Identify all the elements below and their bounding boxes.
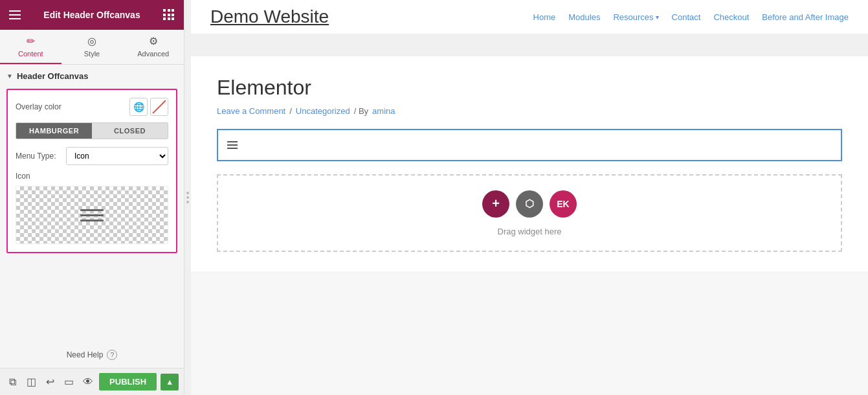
overlay-color-label: Overlay color [16,102,61,111]
site-title: Demo Website [210,6,329,27]
advanced-tab-icon: ⚙ [149,35,158,47]
site-header: Demo Website Home Modules Resources ▾ Co… [191,0,868,34]
panel-title: Edit Header Offcanvas [43,10,140,20]
menu-icon[interactable] [9,10,21,19]
breadcrumb-uncategorized[interactable]: Uncategorized [296,106,350,116]
widget-hamburger-icon [227,141,238,149]
content-area: Elementor Leave a Comment / Uncategorize… [191,56,868,271]
drag-area: + ⬡ EK Drag widget here [217,174,842,252]
preview-icon[interactable]: 👁 [80,373,95,391]
folder-button[interactable]: ⬡ [516,190,543,218]
highlight-box: Overlay color 🌐 HAMBURGER CLOSED Menu Ty… [6,89,177,253]
bottom-bar: ⧉ ◫ ↩ ▭ 👁 PUBLISH ▲ [0,368,184,395]
global-color-button[interactable]: 🌐 [129,98,148,116]
nav-checkout[interactable]: Checkout [713,12,749,22]
nav-home[interactable]: Home [533,12,556,22]
gray-strip [191,34,868,56]
ek-button[interactable]: EK [550,190,577,218]
drag-buttons: + ⬡ EK [482,190,577,218]
clear-color-button[interactable] [150,98,168,116]
resize-handle[interactable] [184,0,191,395]
breadcrumb-leave-comment[interactable]: Leave a Comment [217,106,285,116]
menu-type-row: Menu Type: Icon Text Button [16,147,168,165]
grid-icon[interactable] [163,9,175,21]
overlay-color-row: Overlay color 🌐 [16,98,168,116]
publish-dropdown-button[interactable]: ▲ [161,374,179,390]
closed-toggle-button[interactable]: CLOSED [92,123,168,139]
drag-label: Drag widget here [498,227,562,236]
breadcrumb-by: / By [354,106,368,116]
content-tab-label: Content [18,50,43,58]
help-icon[interactable]: ? [107,350,117,360]
panel-content: ▼ Header Offcanvas Overlay color 🌐 HAMBU… [0,65,184,342]
style-tab-label: Style [84,50,100,58]
hamburger-toggle-button[interactable]: HAMBURGER [16,123,92,139]
left-panel: Edit Header Offcanvas ✏ Content ◎ Style … [0,0,184,395]
menu-type-label: Menu Type: [16,152,61,161]
panel-tabs: ✏ Content ◎ Style ⚙ Advanced [0,30,184,65]
need-help-section: Need Help ? [0,342,184,368]
tab-advanced[interactable]: ⚙ Advanced [122,30,184,64]
hamburger-icon-preview [80,209,104,221]
section-arrow-icon: ▼ [6,73,13,80]
need-help-label: Need Help [67,350,104,359]
breadcrumbs: Leave a Comment / Uncategorized / By ami… [217,106,842,116]
layers-icon[interactable]: ⧉ [5,373,20,391]
nav-modules[interactable]: Modules [568,12,600,22]
color-controls: 🌐 [129,98,168,116]
right-area: Demo Website Home Modules Resources ▾ Co… [191,0,868,395]
undo-icon[interactable]: ↩ [43,373,58,391]
responsive-icon[interactable]: ▭ [61,373,76,391]
section-header[interactable]: ▼ Header Offcanvas [6,71,177,81]
nav-resources[interactable]: Resources ▾ [613,12,658,22]
site-nav: Home Modules Resources ▾ Contact Checkou… [533,12,849,22]
add-widget-button[interactable]: + [482,190,509,218]
advanced-tab-label: Advanced [137,50,169,58]
section-title: Header Offcanvas [17,71,89,81]
style-tab-icon: ◎ [87,35,96,47]
breadcrumb-sep1: / [289,106,292,116]
nav-contact[interactable]: Contact [672,12,701,22]
widget-box[interactable] [217,129,842,161]
top-bar: Edit Header Offcanvas [0,0,184,30]
nav-before-after[interactable]: Before and After Image [762,12,849,22]
publish-button[interactable]: PUBLISH [99,373,157,390]
tab-content[interactable]: ✏ Content [0,30,61,64]
breadcrumb-author[interactable]: amina [372,106,395,116]
nav-resources-caret: ▾ [656,14,659,21]
resize-dots-icon [186,192,189,203]
content-tab-icon: ✏ [27,35,35,47]
page-title: Elementor [217,76,842,100]
state-toggle-group: HAMBURGER CLOSED [16,122,168,139]
tab-style[interactable]: ◎ Style [61,30,123,64]
icon-preview[interactable] [16,186,168,244]
icon-label: Icon [16,172,168,181]
menu-type-select[interactable]: Icon Text Button [66,147,168,165]
elements-icon[interactable]: ◫ [24,373,39,391]
